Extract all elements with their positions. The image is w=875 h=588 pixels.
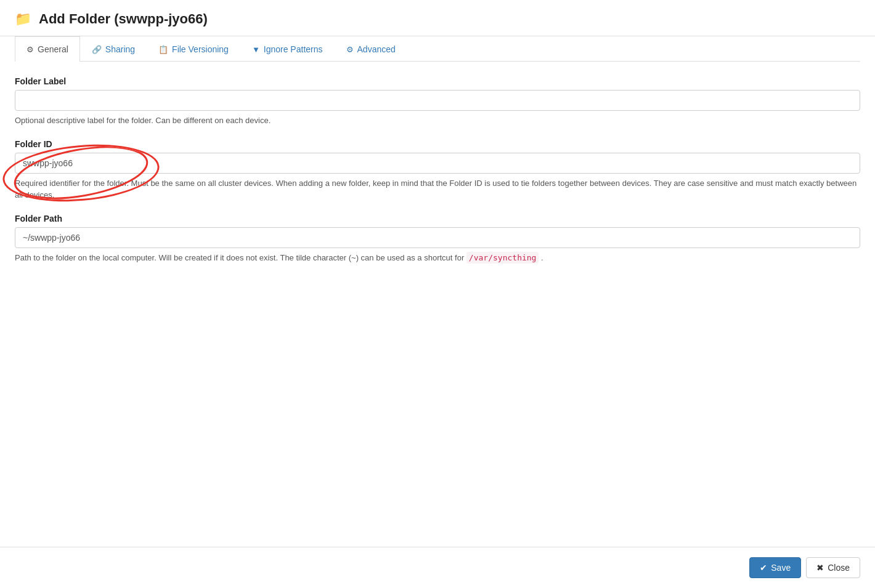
- close-label: Close: [828, 563, 850, 573]
- tab-general-label: General: [38, 44, 68, 54]
- save-check-icon: ✔: [760, 563, 767, 573]
- tab-file-versioning-label: File Versioning: [172, 44, 229, 54]
- folder-path-label: Folder Path: [15, 214, 860, 224]
- add-folder-dialog: 📁 Add Folder (swwpp-jyo66) ⚙ General 🔗 S…: [0, 0, 875, 588]
- tab-sharing-label: Sharing: [105, 44, 135, 54]
- dialog-body: ⚙ General 🔗 Sharing 📋 File Versioning ▼ …: [0, 36, 875, 547]
- tab-general[interactable]: ⚙ General: [15, 36, 80, 62]
- tab-ignore-patterns-label: Ignore Patterns: [264, 44, 323, 54]
- filter-icon: ▼: [252, 45, 260, 54]
- gear-icon: ⚙: [26, 45, 34, 54]
- folder-label-group: Folder Label Optional descriptive label …: [15, 76, 860, 127]
- tab-ignore-patterns[interactable]: ▼ Ignore Patterns: [240, 36, 335, 62]
- share-icon: 🔗: [92, 45, 102, 54]
- tabs: ⚙ General 🔗 Sharing 📋 File Versioning ▼ …: [15, 36, 860, 62]
- tab-file-versioning[interactable]: 📋 File Versioning: [147, 36, 240, 62]
- folder-icon: 📁: [15, 11, 31, 27]
- file-versioning-icon: 📋: [158, 45, 168, 54]
- save-label: Save: [771, 563, 791, 573]
- close-x-icon: ✖: [816, 563, 824, 573]
- folder-id-label: Folder ID: [15, 139, 860, 149]
- folder-id-input[interactable]: [15, 153, 860, 174]
- folder-path-help: Path to the folder on the local computer…: [15, 252, 860, 264]
- tab-advanced-label: Advanced: [357, 44, 396, 54]
- folder-label-label: Folder Label: [15, 76, 860, 86]
- dialog-header: 📁 Add Folder (swwpp-jyo66): [0, 0, 875, 36]
- folder-id-group: Folder ID Required identifier for the fo…: [15, 139, 860, 201]
- folder-path-help-prefix: Path to the folder on the local computer…: [15, 253, 464, 262]
- folder-path-group: Folder Path Path to the folder on the lo…: [15, 214, 860, 264]
- folder-label-help: Optional descriptive label for the folde…: [15, 115, 860, 127]
- save-button[interactable]: ✔ Save: [749, 557, 801, 578]
- advanced-gear-icon: ⚙: [346, 45, 354, 54]
- tab-advanced[interactable]: ⚙ Advanced: [335, 36, 407, 62]
- folder-path-code: /var/syncthing: [466, 252, 539, 264]
- folder-path-input[interactable]: [15, 227, 860, 248]
- folder-path-help-suffix: .: [541, 253, 543, 262]
- folder-id-help: Required identifier for the folder. Must…: [15, 177, 860, 201]
- folder-label-input[interactable]: [15, 90, 860, 111]
- dialog-title: Add Folder (swwpp-jyo66): [39, 11, 208, 27]
- tab-sharing[interactable]: 🔗 Sharing: [80, 36, 147, 62]
- close-button[interactable]: ✖ Close: [806, 557, 860, 578]
- dialog-footer: ✔ Save ✖ Close: [0, 547, 875, 588]
